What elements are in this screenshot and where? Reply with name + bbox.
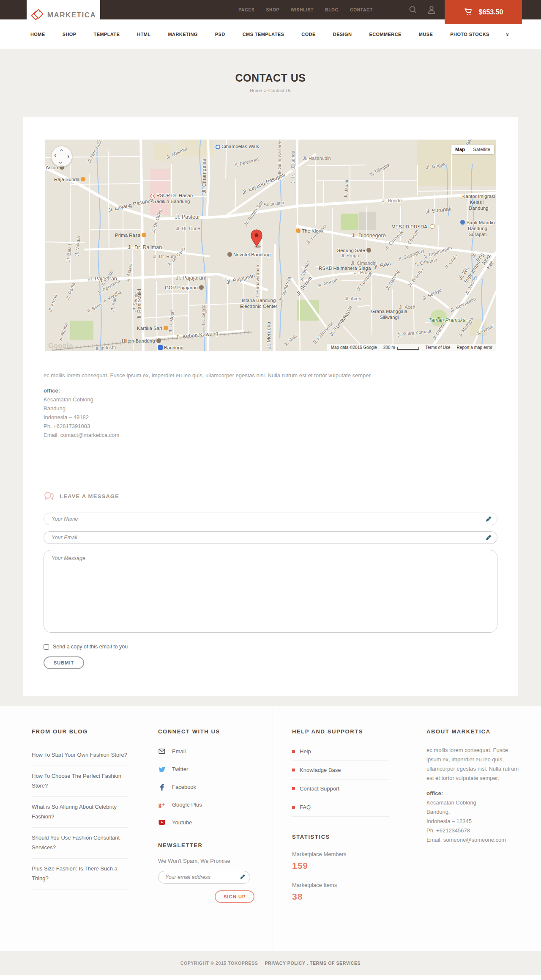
search-icon[interactable] xyxy=(409,5,417,14)
copyright-bar: COPYRIGHT © 2015 TOKOPRESS PRIVACY POLIC… xyxy=(0,951,541,975)
page-title: CONTACT US xyxy=(0,49,541,84)
mainnav-link[interactable]: MARKETING xyxy=(168,32,198,37)
map-label: Jl. Astina xyxy=(125,263,134,283)
blog-post-link[interactable]: What is So Alluring About Celebrity Fash… xyxy=(32,797,128,828)
office-address: office: Kecamatan CoblongBandung.Indones… xyxy=(44,386,497,439)
logo-text: MARKETICA xyxy=(47,11,96,19)
topnav-link[interactable]: SHOP xyxy=(266,8,279,12)
top-header: MARKETICA PAGESSHOPWISHLISTBLOGCONTACT $… xyxy=(0,0,541,19)
map-label: Jl. Rama xyxy=(65,282,77,301)
map-label: Jl. Diponegoro xyxy=(352,233,386,239)
help-link[interactable]: Contact Support xyxy=(292,780,389,798)
office-address-line: Bandung. xyxy=(44,404,497,413)
blog-post-link[interactable]: Plus Size Fashion: Is There Such a Thing… xyxy=(32,859,128,889)
blog-post-link[interactable]: How To Choose The Perfect Fashion Store? xyxy=(32,766,128,797)
topnav-link[interactable]: WISHLIST xyxy=(291,8,314,12)
office-address-line: Email. contact@marketica.com xyxy=(44,431,497,439)
mainnav-link[interactable]: MUSE xyxy=(419,32,433,37)
bullet-icon xyxy=(292,787,295,790)
social-link[interactable]: Twitter xyxy=(158,765,256,773)
map-labels: MCihampelas WalkRaja Sunda Aston Jl. Haj… xyxy=(45,140,496,351)
map-label: Jl. Nanas xyxy=(475,323,495,337)
topnav-link[interactable]: BLOG xyxy=(325,8,339,12)
newsletter-email-input[interactable] xyxy=(158,871,250,884)
social-link[interactable]: Youtube xyxy=(158,818,256,826)
send-copy-checkbox[interactable] xyxy=(44,644,49,650)
help-link[interactable]: Knowladge Base xyxy=(292,761,389,780)
contact-form: LEAVE A MESSAGE Send a copy of this emai… xyxy=(23,455,518,696)
map-data-credit: Map data ©2015 Google xyxy=(331,345,377,350)
statistics-list: Marketplace Members 159 Marketplace Item… xyxy=(292,851,389,902)
pan-right-icon[interactable] xyxy=(67,153,69,159)
contact-intro-text: ec mollis lorem consequat. Fusce ipsum e… xyxy=(44,372,497,379)
social-link-label: Youtube xyxy=(172,819,192,826)
map-label: Bank Mandiri Bandung Surapati xyxy=(459,220,496,237)
mainnav-link[interactable]: TEMPLATE xyxy=(94,32,120,37)
map-label: Jl. Cipunagara xyxy=(423,244,453,260)
map-label: Jl. Cicendo xyxy=(201,305,206,327)
more-menu-chevron-icon[interactable] xyxy=(506,31,509,38)
office-label: office: xyxy=(426,789,523,798)
terms-of-use-link[interactable]: Terms of Use xyxy=(426,345,451,350)
logo[interactable]: MARKETICA xyxy=(27,0,100,30)
mainnav-link[interactable]: DESIGN xyxy=(333,32,352,37)
mainnav-link[interactable]: PHOTO STOCKS xyxy=(450,32,489,37)
copyright-text: COPYRIGHT © 2015 TOKOPRESS xyxy=(180,961,258,966)
map-attribution: Map data ©2015 Google 200 m Terms of Use… xyxy=(327,344,496,351)
mainnav-link[interactable]: SHOP xyxy=(63,32,77,37)
submit-button[interactable]: SUBMIT xyxy=(44,656,84,669)
social-link[interactable]: Google Plus xyxy=(158,801,256,808)
map-label: Jl. Cihampelas xyxy=(201,159,208,194)
social-link[interactable]: Facebook xyxy=(158,783,256,791)
topnav-link[interactable]: PAGES xyxy=(238,8,254,12)
map-label: Jl. Kebon Kawung xyxy=(175,330,219,340)
social-link-label: Twitter xyxy=(172,766,188,772)
email-icon xyxy=(158,747,166,755)
pan-up-icon[interactable] xyxy=(57,149,64,151)
map-label: Kartika Sari xyxy=(137,326,169,332)
mainnav-link[interactable]: CODE xyxy=(301,32,315,37)
chat-bubbles-icon xyxy=(44,491,55,501)
topnav-link[interactable]: CONTACT xyxy=(350,8,373,12)
map-type-map-button[interactable]: Map xyxy=(451,145,469,154)
bed-poi-icon xyxy=(156,338,161,343)
office-address-line: Kecamatan Coblong xyxy=(44,395,497,404)
mainnav-link[interactable]: HOME xyxy=(30,32,45,37)
legal-links[interactable]: PRIVACY POLICY . TERMS OF SERVICES xyxy=(265,961,361,966)
blog-post-link[interactable]: How To Start Your Own Fashion Store? xyxy=(32,745,128,766)
send-copy-option[interactable]: Send a copy of this email to you xyxy=(44,644,497,650)
map-label: Taman Pramuka xyxy=(429,317,466,323)
google-map[interactable]: MCihampelas WalkRaja Sunda Aston Jl. Haj… xyxy=(45,140,496,351)
cart-total: $653.50 xyxy=(479,8,503,16)
statistics-heading: STATISTICS xyxy=(292,834,389,840)
report-map-error-link[interactable]: Report a map error xyxy=(457,345,492,350)
map-label: MCihampelas Walk xyxy=(216,144,259,150)
map-label: Jl. Nias xyxy=(283,333,298,348)
gor-poi-icon xyxy=(199,285,204,290)
breadcrumb-home-link[interactable]: Home xyxy=(250,88,262,93)
map-type-satellite-button[interactable]: Satellite xyxy=(469,145,494,154)
user-account-icon[interactable] xyxy=(428,5,435,14)
map-label: Jl. Dr. Rajiman xyxy=(128,244,162,251)
about-address-line: Kecamatan Coblong xyxy=(426,798,523,807)
map-label: GOR Pajajaran xyxy=(165,285,205,291)
cart-button[interactable]: $653.50 xyxy=(445,0,522,24)
social-link[interactable]: Email xyxy=(158,747,256,755)
map-label: Jl. Progo xyxy=(341,253,359,258)
signup-button[interactable]: SIGN UP xyxy=(215,890,254,903)
pan-left-icon[interactable] xyxy=(54,153,56,159)
help-link[interactable]: FAQ xyxy=(292,798,389,817)
breadcrumb: Home>Contact Us xyxy=(0,88,541,93)
message-textarea[interactable] xyxy=(44,550,497,633)
blog-post-link[interactable]: Should You Use Fashion Consultant Servic… xyxy=(32,828,128,859)
name-input[interactable] xyxy=(44,513,497,525)
map-label: Jl. Ciungwanara xyxy=(277,142,282,176)
mainnav-link[interactable]: HTML xyxy=(137,32,150,37)
help-link[interactable]: Help xyxy=(292,742,389,761)
email-input[interactable] xyxy=(44,531,497,544)
map-pan-control[interactable] xyxy=(52,146,72,167)
pan-down-icon[interactable] xyxy=(57,162,64,164)
mainnav-link[interactable]: CMS TEMPLATES xyxy=(243,32,284,37)
mainnav-link[interactable]: PSD xyxy=(215,32,225,37)
mainnav-link[interactable]: ECOMMERCE xyxy=(369,32,401,37)
